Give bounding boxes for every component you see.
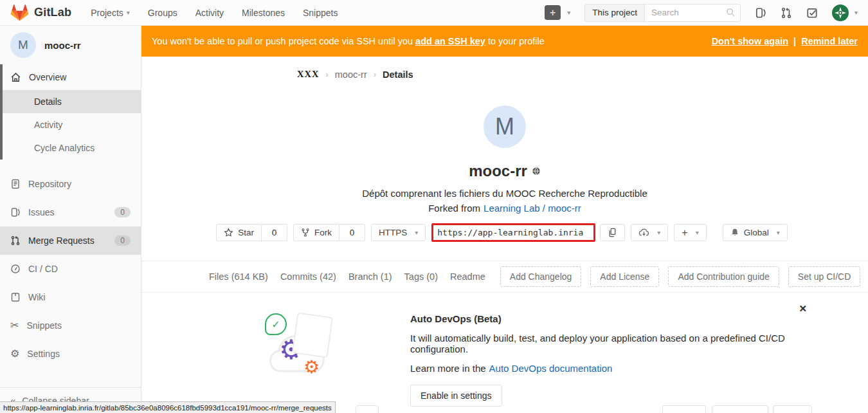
main-content: XXX › mooc-rr › Details M mooc-rr Dépôt …: [141, 57, 868, 413]
issues-icon[interactable]: [755, 7, 766, 19]
dont-show-again-link[interactable]: Don't show again: [712, 36, 788, 46]
merge-requests-icon[interactable]: [781, 7, 792, 19]
search-icon: [726, 8, 736, 17]
gitlab-tanuki-icon: [10, 4, 29, 22]
project-sidebar: M mooc-rr Overview Details Activity Cycl…: [0, 26, 141, 413]
star-count[interactable]: 0: [262, 224, 287, 241]
branch-dropdown-partial[interactable]: [356, 405, 379, 413]
add-license-button[interactable]: Add License: [590, 266, 659, 287]
nav-snippets[interactable]: Snippets: [303, 8, 338, 18]
search-group: This project: [584, 4, 741, 22]
add-ssh-key-link[interactable]: add an SSH key: [415, 36, 485, 46]
chevron-down-icon: ▾: [777, 230, 780, 236]
nav-milestones[interactable]: Milestones: [242, 8, 285, 18]
sidebar-item-cycle-analytics[interactable]: Cycle Analytics: [0, 136, 141, 160]
add-dropdown[interactable]: + ▾: [674, 224, 706, 241]
sidebar-item-cicd[interactable]: CI / CD: [0, 255, 141, 283]
toolbar-button-partial[interactable]: [662, 405, 706, 413]
sidebar-item-merge-requests[interactable]: Merge Requests 0: [0, 226, 141, 255]
breadcrumb-separator: ›: [374, 69, 376, 79]
copy-url-button[interactable]: [600, 224, 625, 241]
wiki-icon: [10, 292, 21, 302]
sidebar-item-overview[interactable]: Overview: [0, 64, 141, 90]
sidebar-item-repository[interactable]: Repository: [0, 170, 141, 198]
project-description: Dépôt comprenant les fichiers du MOOC Re…: [141, 188, 868, 199]
sidebar-item-snippets[interactable]: ✂ Snippets: [0, 311, 141, 340]
gear-icon: ⚙: [10, 349, 19, 359]
nav-projects[interactable]: Projects▾: [91, 8, 130, 18]
active-section-indicator: [0, 64, 3, 160]
nav-activity[interactable]: Activity: [195, 8, 224, 18]
chevron-down-icon: ▾: [854, 10, 858, 16]
add-changelog-button[interactable]: Add Changelog: [500, 266, 582, 287]
remind-later-link[interactable]: Remind later: [801, 36, 858, 46]
nav-groups[interactable]: Groups: [148, 8, 177, 18]
check-circle-icon: ✓: [265, 313, 287, 335]
fork-count[interactable]: 0: [339, 224, 365, 241]
sidebar-item-wiki[interactable]: Wiki: [0, 283, 141, 311]
toolbar-button-partial[interactable]: [773, 405, 812, 413]
sidebar-item-issues[interactable]: Issues 0: [0, 198, 141, 226]
chevron-down-icon: ▾: [127, 10, 130, 16]
document-icon: [292, 312, 333, 358]
project-stats-bar: Files (614 KB) Commits (42) Branch (1) T…: [141, 261, 868, 293]
autodevops-doc-link[interactable]: Auto DevOps documentation: [489, 363, 613, 374]
status-bar-url: https://app-learninglab.inria.fr/gitlab/…: [0, 401, 336, 413]
close-icon[interactable]: ✕: [799, 303, 807, 315]
clone-url-input[interactable]: [431, 223, 595, 242]
stat-readme[interactable]: Readme: [450, 271, 485, 282]
toolbar-button-partial[interactable]: [712, 405, 768, 413]
merge-request-icon: [10, 235, 21, 246]
breadcrumb-project[interactable]: mooc-rr: [335, 69, 367, 80]
user-avatar: [832, 5, 849, 21]
protocol-dropdown[interactable]: HTTPS ▾: [371, 224, 426, 241]
breadcrumb-page: Details: [383, 69, 413, 80]
download-dropdown[interactable]: ▾: [631, 224, 668, 241]
autodevops-banner: ⚙ ⚙ ✓ Auto DevOps (Beta) It will automat…: [141, 293, 868, 413]
setup-cicd-button[interactable]: Set up CI/CD: [788, 266, 860, 287]
stat-commits[interactable]: Commits (42): [280, 271, 336, 282]
sidebar-item-activity[interactable]: Activity: [0, 113, 141, 136]
breadcrumb-separator: ›: [325, 69, 328, 79]
sidebar-item-settings[interactable]: ⚙ Settings: [0, 340, 141, 368]
breadcrumb-root[interactable]: XXX: [297, 69, 319, 80]
stat-files[interactable]: Files (614 KB): [209, 271, 268, 282]
scissors-icon: ✂: [10, 320, 19, 331]
gauge-icon: [10, 264, 21, 274]
chevron-down-icon: ▾: [657, 230, 660, 236]
add-contribution-guide-button[interactable]: Add Contribution guide: [668, 266, 779, 287]
ssh-warning-text: You won't be able to pull or push projec…: [152, 36, 545, 46]
chevron-down-icon: ▾: [567, 10, 570, 16]
stat-branch[interactable]: Branch (1): [348, 271, 392, 282]
repository-icon: [10, 179, 21, 189]
forked-from-link[interactable]: Learning Lab / mooc-rr: [484, 203, 581, 214]
home-icon: [10, 72, 21, 83]
plus-icon: +: [545, 5, 561, 20]
gear-icon: ⚙: [303, 358, 320, 376]
ssh-warning-banner: You won't be able to pull or push projec…: [141, 26, 868, 57]
sidebar-item-details[interactable]: Details: [0, 90, 141, 113]
enable-in-settings-button[interactable]: Enable in settings: [410, 385, 502, 407]
new-dropdown-button[interactable]: + ▾: [545, 5, 570, 20]
sidebar-project-header[interactable]: M mooc-rr: [0, 26, 141, 64]
gitlab-brand[interactable]: GitLab: [10, 4, 71, 22]
notification-dropdown[interactable]: Global ▾: [723, 224, 788, 241]
autodevops-illustration: ⚙ ⚙ ✓: [262, 306, 339, 383]
star-button[interactable]: Star: [216, 224, 262, 241]
autodevops-title: Auto DevOps (Beta): [410, 313, 822, 324]
breadcrumb: XXX › mooc-rr › Details: [297, 69, 413, 80]
chevron-down-icon: ▾: [696, 230, 699, 236]
user-menu[interactable]: ▾: [832, 5, 858, 21]
autodevops-learn-line: Learn more in the Auto DevOps documentat…: [410, 363, 822, 374]
stat-tags[interactable]: Tags (0): [404, 271, 438, 282]
navbar-right: + ▾ This project: [545, 4, 858, 22]
todos-icon[interactable]: [806, 7, 818, 19]
top-navbar: GitLab Projects▾ Groups Activity Milesto…: [0, 0, 868, 26]
project-actions: Star 0 Fork 0 HTTPS ▾: [141, 223, 868, 242]
brand-title: GitLab: [34, 6, 71, 19]
issues-count-badge: 0: [114, 207, 131, 217]
chevron-down-icon: ▾: [415, 230, 418, 236]
autodevops-body: It will automatically build, test, and d…: [410, 333, 822, 354]
merge-requests-count-badge: 0: [114, 235, 131, 246]
fork-button[interactable]: Fork: [293, 224, 339, 241]
